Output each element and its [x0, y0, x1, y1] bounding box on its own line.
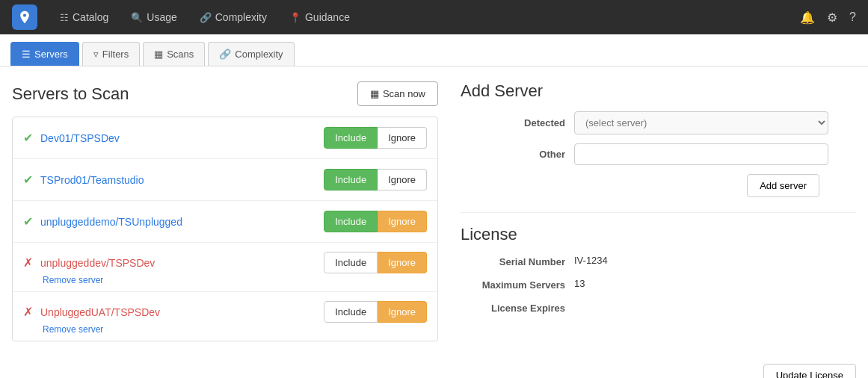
bottom-actions: Update License [0, 356, 868, 378]
usage-icon: 🔍 [131, 12, 143, 23]
nav-catalog[interactable]: ☷ Catalog [51, 7, 117, 28]
include-button[interactable]: Include [324, 252, 378, 273]
include-button[interactable]: Include [324, 211, 378, 232]
include-ignore-group: Include Ignore [324, 301, 427, 323]
max-servers-label: Maximum Servers [461, 278, 565, 291]
table-row: ✔ TSProd01/Teamstudio Include Ignore [13, 159, 437, 201]
serial-value: IV-1234 [574, 255, 608, 266]
complexity-tab-icon: 🔗 [219, 49, 231, 60]
serial-label: Serial Number [461, 255, 565, 267]
bell-icon[interactable]: 🔔 [800, 10, 815, 25]
include-ignore-group: Include Ignore [324, 127, 427, 149]
nav-complexity-label: Complexity [215, 11, 267, 23]
ignore-button[interactable]: Ignore [378, 127, 427, 149]
status-ok-icon: ✔ [23, 131, 33, 145]
nav-items: ☷ Catalog 🔍 Usage 🔗 Complexity 📍 Guidanc… [51, 7, 800, 28]
nav-usage-label: Usage [147, 11, 176, 23]
tab-complexity[interactable]: 🔗 Complexity [208, 42, 294, 66]
top-nav: ☷ Catalog 🔍 Usage 🔗 Complexity 📍 Guidanc… [0, 0, 868, 34]
server-name: unpluggeddev/TSPSDev [40, 257, 324, 269]
remove-server-link[interactable]: Remove server [43, 275, 427, 285]
nav-guidance[interactable]: 📍 Guidance [280, 7, 359, 28]
include-button[interactable]: Include [324, 301, 378, 323]
nav-catalog-label: Catalog [73, 11, 108, 23]
detected-select[interactable]: (select server) [574, 111, 828, 134]
max-servers-value: 13 [574, 278, 585, 289]
status-ok-icon: ✔ [23, 173, 33, 187]
filters-tab-label: Filters [102, 49, 129, 60]
tab-bar: ☰ Servers ▿ Filters ▦ Scans 🔗 Complexity [0, 34, 868, 66]
section-header: Servers to Scan ▦ Scan now [12, 81, 438, 106]
ignore-button[interactable]: Ignore [378, 301, 427, 323]
filters-tab-icon: ▿ [93, 49, 99, 60]
include-ignore-group: Include Ignore [324, 169, 427, 190]
divider [461, 212, 856, 213]
servers-list: ✔ Dev01/TSPSDev Include Ignore ✔ TSProd0… [12, 117, 438, 341]
expires-row: License Expires [461, 301, 856, 314]
max-servers-row: Maximum Servers 13 [461, 278, 856, 291]
server-name: UnpluggedUAT/TSPSDev [40, 306, 324, 318]
include-ignore-group: Include Ignore [324, 252, 427, 273]
other-label: Other [461, 149, 565, 160]
server-name: TSProd01/Teamstudio [40, 174, 324, 186]
catalog-icon: ☷ [60, 12, 69, 23]
license-title: License [461, 225, 856, 244]
include-button[interactable]: Include [324, 127, 378, 149]
update-license-button[interactable]: Update License [763, 364, 856, 378]
complexity-icon: 🔗 [200, 12, 212, 23]
server-name: unpluggeddemo/TSUnplugged [40, 216, 324, 228]
guidance-icon: 📍 [289, 12, 301, 23]
form-actions: Add server [461, 174, 819, 197]
server-name: Dev01/TSPSDev [40, 132, 324, 144]
scans-tab-label: Scans [167, 49, 194, 60]
servers-tab-icon: ☰ [22, 49, 31, 60]
ignore-button[interactable]: Ignore [378, 211, 427, 232]
table-row: ✗ UnpluggedUAT/TSPSDev Include Ignore Re… [13, 292, 437, 341]
status-err-icon: ✗ [23, 255, 33, 270]
table-row: ✗ unpluggeddev/TSPSDev Include Ignore Re… [13, 243, 437, 292]
nav-guidance-label: Guidance [305, 11, 350, 23]
scan-now-label: Scan now [383, 88, 425, 99]
expires-label: License Expires [461, 301, 565, 314]
scan-icon: ▦ [370, 88, 379, 99]
left-panel: Servers to Scan ▦ Scan now ✔ Dev01/TSPSD… [12, 81, 438, 341]
status-ok-icon: ✔ [23, 214, 33, 229]
main-content: Servers to Scan ▦ Scan now ✔ Dev01/TSPSD… [0, 66, 868, 356]
scans-tab-icon: ▦ [154, 49, 163, 60]
logo[interactable] [12, 4, 37, 30]
remove-server-link[interactable]: Remove server [43, 324, 427, 335]
other-input[interactable] [574, 143, 828, 165]
include-button[interactable]: Include [324, 169, 378, 190]
complexity-tab-label: Complexity [235, 49, 283, 60]
include-ignore-group: Include Ignore [324, 211, 427, 232]
help-icon[interactable]: ? [849, 10, 856, 24]
ignore-button[interactable]: Ignore [378, 169, 427, 190]
tab-filters[interactable]: ▿ Filters [82, 42, 140, 66]
add-server-title: Add Server [461, 81, 856, 101]
serial-number-row: Serial Number IV-1234 [461, 255, 856, 267]
tab-scans[interactable]: ▦ Scans [143, 42, 205, 66]
add-server-button[interactable]: Add server [747, 174, 819, 197]
nav-complexity[interactable]: 🔗 Complexity [191, 7, 276, 28]
detected-label: Detected [461, 117, 565, 128]
right-panel: Add Server Detected (select server) Othe… [461, 81, 856, 341]
section-title: Servers to Scan [12, 84, 129, 104]
gear-icon[interactable]: ⚙ [827, 10, 837, 25]
table-row: ✔ Dev01/TSPSDev Include Ignore [13, 117, 437, 159]
detected-row: Detected (select server) [461, 111, 856, 134]
nav-usage[interactable]: 🔍 Usage [122, 7, 185, 28]
other-row: Other [461, 143, 856, 165]
scan-now-button[interactable]: ▦ Scan now [357, 81, 438, 106]
status-err-icon: ✗ [23, 305, 33, 319]
table-row: ✔ unpluggeddemo/TSUnplugged Include Igno… [13, 201, 437, 243]
nav-right: 🔔 ⚙ ? [800, 10, 856, 25]
tab-servers[interactable]: ☰ Servers [10, 42, 79, 66]
servers-tab-label: Servers [34, 49, 68, 60]
ignore-button[interactable]: Ignore [378, 252, 427, 273]
